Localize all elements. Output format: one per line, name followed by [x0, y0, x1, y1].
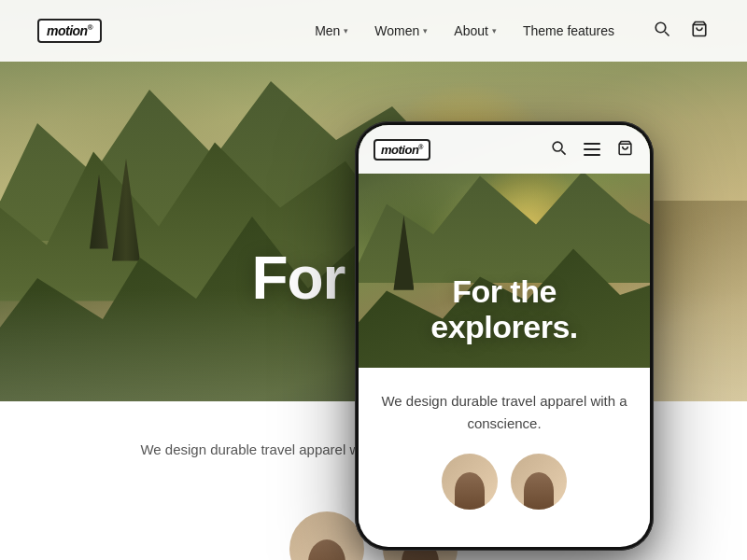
mobile-search-icon [551, 140, 567, 156]
logo-text: motion [47, 23, 88, 38]
svg-point-3 [553, 142, 562, 151]
mobile-avatar-1 [442, 454, 498, 510]
svg-line-4 [561, 150, 565, 154]
nav-item-about[interactable]: About ▾ [454, 23, 497, 38]
mobile-subtext: We design durable travel apparel with a … [381, 390, 627, 435]
chevron-down-icon: ▾ [344, 26, 348, 35]
mobile-logo[interactable]: motion® [374, 139, 430, 161]
mobile-menu-button[interactable] [582, 141, 602, 158]
search-icon [654, 21, 670, 37]
mobile-cart-button[interactable] [615, 138, 635, 161]
desktop-search-button[interactable] [652, 19, 672, 44]
mobile-below-hero: We design durable travel apparel with a … [359, 368, 650, 525]
desktop-cart-button[interactable] [689, 19, 710, 44]
desktop-nav-icons [652, 19, 710, 44]
mobile-hero-text: For the explorers. [359, 274, 650, 344]
chevron-down-icon: ▾ [492, 26, 497, 35]
logo-reg: ® [88, 23, 92, 32]
hamburger-icon [584, 143, 600, 156]
desktop-logo: motion® [37, 19, 102, 43]
avatar-1 [289, 511, 364, 560]
mobile-screen: motion® [359, 125, 650, 547]
mobile-avatars [381, 454, 627, 510]
mobile-avatar-2 [511, 454, 567, 510]
chevron-down-icon: ▾ [423, 26, 428, 35]
mobile-logo-reg: ® [418, 143, 423, 149]
svg-point-0 [655, 22, 666, 33]
mobile-navbar: motion® [359, 125, 650, 174]
mobile-hero-heading: For the explorers. [377, 274, 631, 344]
nav-item-men[interactable]: Men ▾ [315, 23, 348, 38]
mobile-nav-icons [549, 138, 635, 161]
desktop-navbar: motion® Men ▾ Women ▾ About ▾ Theme feat… [0, 0, 747, 62]
mobile-cart-icon [617, 140, 633, 156]
mobile-hero-image: motion® [359, 125, 650, 368]
mobile-device: motion® [355, 121, 654, 551]
mobile-logo-text: motion [381, 143, 418, 157]
logo-box[interactable]: motion® [37, 19, 102, 43]
svg-line-1 [665, 32, 669, 36]
mobile-search-button[interactable] [549, 138, 569, 161]
cart-icon [691, 21, 708, 37]
desktop-nav-links: Men ▾ Women ▾ About ▾ Theme features [315, 23, 614, 38]
nav-item-theme-features[interactable]: Theme features [523, 23, 614, 38]
nav-item-women[interactable]: Women ▾ [374, 23, 428, 38]
